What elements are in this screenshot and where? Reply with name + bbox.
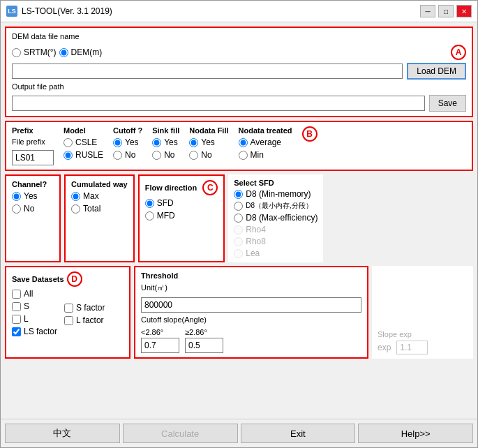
- cutoff-no-text: No: [125, 150, 135, 160]
- all-text: All: [24, 289, 33, 299]
- all-checkbox-label[interactable]: All: [12, 289, 57, 299]
- nodata-treated-col: Nodata treated Average Min: [239, 126, 292, 160]
- nodata-fill-label: Nodata Fill: [189, 126, 228, 135]
- cutoff-no-label[interactable]: No: [113, 150, 142, 160]
- average-radio-label[interactable]: Average: [239, 137, 292, 147]
- rho4-label[interactable]: Rho4: [234, 225, 318, 234]
- sfd-radio-label[interactable]: SFD: [145, 198, 218, 208]
- nodata-fill-col: Nodata Fill Yes No: [189, 126, 228, 160]
- nodata-no-label[interactable]: No: [189, 150, 228, 160]
- sfd-text: SFD: [157, 198, 174, 208]
- s-factor-checkbox[interactable]: [64, 304, 73, 313]
- calculate-button[interactable]: Calculate: [123, 424, 238, 443]
- channel-no-label[interactable]: No: [12, 204, 54, 214]
- output-path-label: Output file path: [12, 82, 466, 91]
- dem-label: DEM(m): [71, 47, 103, 57]
- dem-file-input[interactable]: [12, 64, 403, 79]
- middle-row: Channel? Yes No Cumulated way Max: [5, 174, 473, 262]
- rho8-text: Rho8: [246, 237, 266, 246]
- output-path-row: Save: [12, 95, 466, 112]
- cutoff-yes-label[interactable]: Yes: [113, 137, 142, 147]
- sink-fill-col: Sink fill Yes No: [152, 126, 179, 160]
- output-path-input[interactable]: [12, 96, 425, 111]
- cutoff-greater-label: ≥2.86°: [185, 328, 223, 336]
- min-radio[interactable]: [239, 151, 248, 160]
- channel-yes-label[interactable]: Yes: [12, 191, 54, 201]
- dem-radio[interactable]: [59, 48, 68, 57]
- sfd-radio[interactable]: [145, 199, 154, 208]
- annotation-a: A: [451, 45, 466, 60]
- lea-label[interactable]: Lea: [234, 248, 318, 258]
- annotation-b: B: [302, 126, 318, 142]
- srtm-radio[interactable]: [12, 48, 21, 57]
- file-prefix-input[interactable]: [12, 150, 54, 165]
- average-radio[interactable]: [239, 138, 248, 147]
- all-checkbox[interactable]: [12, 290, 21, 299]
- help-button[interactable]: Help>>: [358, 424, 473, 443]
- annotation-d: D: [67, 271, 82, 287]
- d8-cn-label[interactable]: D8（最小内存,分段）: [234, 201, 318, 211]
- sink-yes-radio[interactable]: [152, 138, 161, 147]
- rho8-label[interactable]: Rho8: [234, 237, 318, 246]
- cutoff-less-col: <2.86°: [141, 328, 179, 353]
- max-text: Max: [83, 191, 99, 201]
- close-button[interactable]: ✕: [456, 5, 472, 17]
- s-factor-text: S factor: [76, 303, 105, 313]
- nodata-yes-label[interactable]: Yes: [189, 137, 228, 147]
- d8-min-label[interactable]: D8 (Min-memory): [234, 189, 318, 199]
- cutoff-yes-radio[interactable]: [113, 138, 122, 147]
- channel-yes-radio[interactable]: [12, 192, 21, 201]
- d8-max-label[interactable]: D8 (Max-efficiency): [234, 213, 318, 223]
- ls-factor-checkbox-label[interactable]: LS factor: [12, 327, 57, 336]
- mfd-radio[interactable]: [145, 211, 154, 221]
- l-checkbox[interactable]: [12, 315, 21, 324]
- csle-radio[interactable]: [64, 138, 73, 147]
- cutoff-no-radio[interactable]: [113, 151, 122, 160]
- s-checkbox-label[interactable]: S: [12, 301, 57, 311]
- d8-cn-radio[interactable]: [234, 202, 243, 211]
- title-controls: ─ □ ✕: [420, 5, 472, 17]
- exp-input[interactable]: [396, 341, 428, 354]
- s-factor-checkbox-label[interactable]: S factor: [64, 303, 105, 313]
- s-checkbox[interactable]: [12, 302, 21, 311]
- rusle-radio-label[interactable]: RUSLE: [64, 150, 103, 160]
- csle-label: CSLE: [75, 137, 97, 147]
- minimize-button[interactable]: ─: [420, 5, 435, 17]
- rho8-radio: [234, 237, 243, 246]
- total-radio-label[interactable]: Total: [71, 204, 128, 214]
- maximize-button[interactable]: □: [438, 5, 454, 17]
- slope-exp-label: Slope exp: [378, 330, 468, 338]
- chinese-button[interactable]: 中文: [5, 424, 120, 443]
- l-factor-checkbox-label[interactable]: L factor: [64, 315, 105, 325]
- load-dem-button[interactable]: Load DEM: [407, 63, 466, 80]
- srtm-label: SRTM(°): [24, 47, 57, 57]
- total-radio[interactable]: [71, 204, 80, 214]
- min-radio-label[interactable]: Min: [239, 150, 292, 160]
- ls-factor-checkbox[interactable]: [12, 327, 21, 336]
- max-radio-label[interactable]: Max: [71, 191, 128, 201]
- save-button[interactable]: Save: [429, 95, 466, 112]
- nodata-yes-radio[interactable]: [189, 138, 198, 147]
- d8-min-radio[interactable]: [234, 190, 243, 199]
- sink-no-radio[interactable]: [152, 151, 161, 160]
- csle-radio-label[interactable]: CSLE: [64, 137, 103, 147]
- dem-file-row: Load DEM: [12, 63, 466, 80]
- sink-yes-label[interactable]: Yes: [152, 137, 179, 147]
- l-checkbox-label[interactable]: L: [12, 314, 57, 324]
- dem-radio-label[interactable]: DEM(m): [59, 47, 103, 57]
- max-radio[interactable]: [71, 192, 80, 201]
- cutoff-greater-input[interactable]: [185, 338, 223, 353]
- cutoff-less-input[interactable]: [141, 338, 179, 353]
- channel-no-radio[interactable]: [12, 204, 21, 214]
- unit-input[interactable]: [141, 297, 361, 313]
- srtm-radio-label[interactable]: SRTM(°): [12, 47, 57, 57]
- exit-button[interactable]: Exit: [241, 424, 356, 443]
- mfd-radio-label[interactable]: MFD: [145, 211, 218, 221]
- d8-max-radio[interactable]: [234, 214, 243, 223]
- footer: 中文 Calculate Exit Help>>: [1, 419, 477, 447]
- sink-no-label[interactable]: No: [152, 150, 179, 160]
- nodata-no-radio[interactable]: [189, 151, 198, 160]
- l-factor-checkbox[interactable]: [64, 316, 73, 325]
- rusle-radio[interactable]: [64, 151, 73, 160]
- section-dem: DEM data file name SRTM(°) DEM(m) A Load…: [5, 27, 473, 117]
